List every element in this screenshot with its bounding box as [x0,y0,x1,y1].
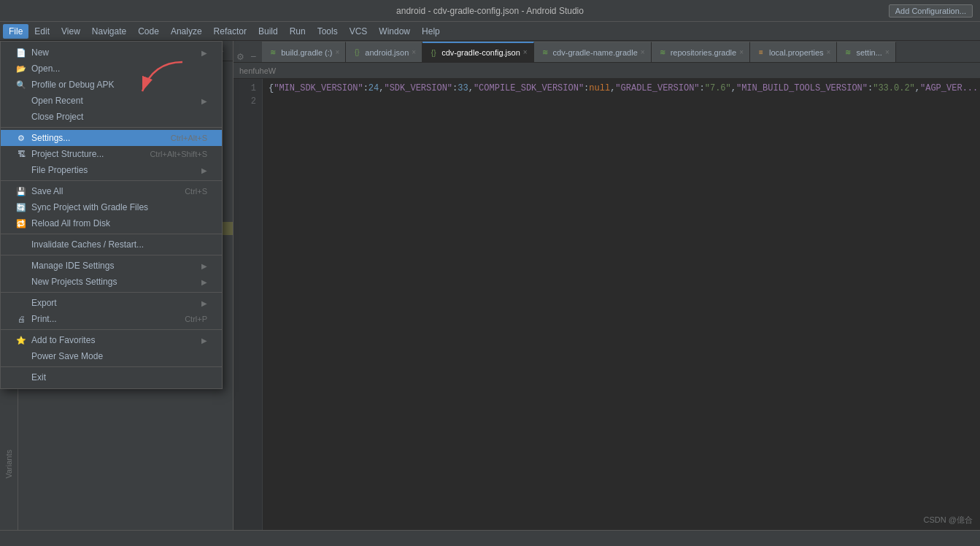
menu-item-icon-6: 🏗 [15,150,27,158]
file-menu-item-1[interactable]: 📂Open... [1,61,222,77]
menu-item-icon-10: 🔁 [15,219,27,228]
line-numbers: 1 2 [234,79,263,546]
menu-item-arrow-12: ▶ [201,262,207,270]
file-menu-item-3[interactable]: Open Recent▶ [1,93,222,109]
file-menu-dropdown: 📄New▶📂Open...🔍Profile or Debug APKOpen R… [0,41,223,389]
menu-item-build[interactable]: Build [252,24,284,39]
file-menu-item-4[interactable]: Close Project [1,109,222,125]
tab-close-2[interactable]: × [523,49,528,56]
file-menu-item-15[interactable]: 🖨Print...Ctrl+P [1,311,222,327]
titlebar-title: android - cdv-gradle-config.json - Andro… [396,6,584,16]
menu-separator-4 [1,127,222,128]
variants-panel-label[interactable]: Variants [3,444,15,485]
file-menu-item-10[interactable]: 🔁Reload All from Disk [1,215,222,231]
file-menu-item-6[interactable]: 🏗Project Structure...Ctrl+Alt+Shift+S [1,146,222,162]
editor-text[interactable]: {"MIN_SDK_VERSION":24,"SDK_VERSION":33,"… [263,79,980,546]
menu-item-label-6: Project Structure... [31,149,135,159]
menu-item-label-4: Close Project [31,112,207,122]
line-num-2: 2 [234,95,262,108]
tab-label-2: cdv-gradle-config.json [441,48,520,57]
menu-item-icon-1: 📂 [15,64,27,74]
tab-label-5: local.properties [769,48,824,57]
menu-separator-13 [1,292,222,293]
menu-item-label-14: Export [31,298,196,308]
file-menu-item-5[interactable]: ⚙Settings...Ctrl+Alt+S [1,130,222,146]
tab-icon-4: ≋ [657,47,668,58]
tab-5[interactable]: ≡local.properties× [750,42,837,62]
editor-area: ⚙−≋build.gradle (:)×{}android.json×{}cdv… [234,41,980,546]
file-menu-item-8[interactable]: 💾Save AllCtrl+S [1,183,222,199]
tab-close-6[interactable]: × [885,49,890,56]
tab-close-1[interactable]: × [412,49,416,56]
watermark: CSDN @億合 [924,515,973,526]
file-menu-item-13[interactable]: New Projects Settings▶ [1,274,222,290]
menu-item-code[interactable]: Code [132,24,165,39]
menu-item-tools[interactable]: Tools [312,24,344,39]
tab-4[interactable]: ≋repositories.gradle× [652,42,750,62]
menu-item-icon-2: 🔍 [15,80,27,90]
editor-tabs-minus-icon[interactable]: − [247,50,259,62]
menu-item-icon-9: 🔄 [15,203,27,212]
menu-item-run[interactable]: Run [284,24,312,39]
menu-item-navigate[interactable]: Navigate [86,24,132,39]
menu-item-arrow-7: ▶ [201,166,207,174]
tab-close-0[interactable]: × [336,49,340,56]
menu-item-window[interactable]: Window [373,24,416,39]
file-menu-item-0[interactable]: 📄New▶ [1,45,222,61]
menu-item-icon-0: 📄 [15,48,27,58]
menu-item-vcs[interactable]: VCS [344,24,374,39]
tab-close-4[interactable]: × [739,49,744,56]
menu-item-label-17: Power Save Mode [31,351,207,361]
menu-item-label-13: New Projects Settings [31,277,196,287]
file-menu-item-11[interactable]: Invalidate Caches / Restart... [1,237,222,253]
tab-6[interactable]: ≋settin...× [837,42,895,62]
tab-1[interactable]: {}android.json× [346,42,423,62]
tab-3[interactable]: ≋cdv-gradle-name.gradle× [534,42,652,62]
file-menu-item-17[interactable]: Power Save Mode [1,348,222,364]
menu-item-edit[interactable]: Edit [28,24,55,39]
menu-item-arrow-14: ▶ [201,299,207,307]
menu-separator-11 [1,255,222,255]
menu-item-shortcut-5: Ctrl+Alt+S [171,134,207,142]
line-num-1: 1 [234,82,262,95]
menubar: FileEditViewNavigateCodeAnalyzeRefactorB… [0,22,980,41]
file-menu-item-14[interactable]: Export▶ [1,295,222,311]
tab-label-6: settin... [856,48,881,57]
tab-label-4: repositories.gradle [671,48,737,57]
editor-tabs-settings-icon[interactable]: ⚙ [234,52,247,62]
titlebar: android - cdv-gradle-config.json - Andro… [0,0,980,22]
file-menu-item-7[interactable]: File Properties▶ [1,162,222,178]
menu-item-label-0: New [31,47,196,58]
tab-2[interactable]: {}cdv-gradle-config.json× [423,42,533,62]
menu-item-label-15: Print... [31,314,170,324]
tab-close-5[interactable]: × [827,49,831,56]
file-menu-item-12[interactable]: Manage IDE Settings▶ [1,258,222,274]
tab-label-3: cdv-gradle-name.gradle [553,48,638,57]
menu-item-label-11: Invalidate Caches / Restart... [31,239,207,250]
tab-icon-0: ≋ [268,47,278,58]
menu-item-shortcut-6: Ctrl+Alt+Shift+S [150,150,207,158]
file-menu-item-16[interactable]: ⭐Add to Favorites▶ [1,332,222,348]
file-menu-item-2[interactable]: 🔍Profile or Debug APK [1,77,222,93]
menu-item-refactor[interactable]: Refactor [208,24,252,39]
file-menu-item-18[interactable]: Exit [1,369,222,385]
menu-item-label-1: Open... [31,64,207,74]
menu-item-label-18: Exit [31,372,207,382]
tab-icon-1: {} [352,47,362,58]
menu-item-label-5: Settings... [31,133,156,143]
tab-close-3[interactable]: × [641,49,645,56]
file-menu-item-9[interactable]: 🔄Sync Project with Gradle Files [1,199,222,215]
menu-item-icon-15: 🖨 [15,315,27,323]
tab-icon-2: {} [428,47,439,58]
tab-0[interactable]: ≋build.gradle (:)× [262,42,346,62]
menu-separator-15 [1,329,222,330]
menu-item-file[interactable]: File [3,24,28,39]
breadcrumb-path: henfuheW [239,66,276,75]
menu-item-analyze[interactable]: Analyze [165,24,208,39]
menu-item-view[interactable]: View [55,24,86,39]
menu-item-label-12: Manage IDE Settings [31,261,196,271]
menu-item-label-16: Add to Favorites [31,335,196,345]
menu-item-help[interactable]: Help [416,24,446,39]
tab-icon-5: ≡ [756,47,766,58]
add-config-button[interactable]: Add Configuration... [889,4,973,18]
